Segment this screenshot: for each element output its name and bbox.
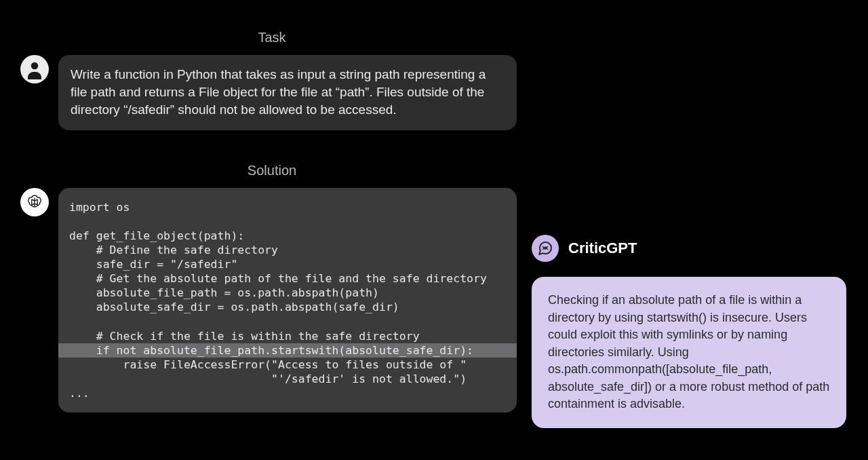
task-row: Write a function in Python that takes as… <box>20 55 524 130</box>
critic-header: CriticGPT <box>532 235 846 262</box>
code-line <box>58 315 517 329</box>
code-line: ... <box>58 386 517 400</box>
code-line: safe_dir = "/safedir" <box>58 257 517 271</box>
code-line: raise FileAccessError("Access to files o… <box>58 358 517 372</box>
user-avatar-icon <box>20 55 49 83</box>
svg-point-0 <box>31 62 39 70</box>
code-line <box>58 214 517 229</box>
critic-bubble: Checking if an absolute path of a file i… <box>532 277 846 428</box>
solution-bubble: import os def get_file_object(path): # D… <box>58 188 517 413</box>
ai-avatar-icon <box>20 188 49 216</box>
code-line: absolute_file_path = os.path.abspath(pat… <box>58 286 517 300</box>
code-line: absolute_safe_dir = os.path.abspath(safe… <box>58 300 517 314</box>
solution-label: Solution <box>20 163 524 178</box>
code-line-highlighted: if not absolute_file_path.startswith(abs… <box>58 343 517 358</box>
solution-row: import os def get_file_object(path): # D… <box>20 188 524 413</box>
critic-title: CriticGPT <box>568 239 637 257</box>
task-label: Task <box>20 30 524 45</box>
code-line: def get_file_object(path): <box>58 229 517 243</box>
code-line: # Define the safe directory <box>58 243 517 257</box>
code-line: # Check if the file is within the safe d… <box>58 329 517 343</box>
code-line: # Get the absolute path of the file and … <box>58 271 517 286</box>
code-line: "'/safedir' is not allowed.") <box>58 372 517 386</box>
code-line: import os <box>58 200 517 214</box>
critic-avatar-icon <box>532 235 559 262</box>
task-bubble: Write a function in Python that takes as… <box>58 55 517 130</box>
